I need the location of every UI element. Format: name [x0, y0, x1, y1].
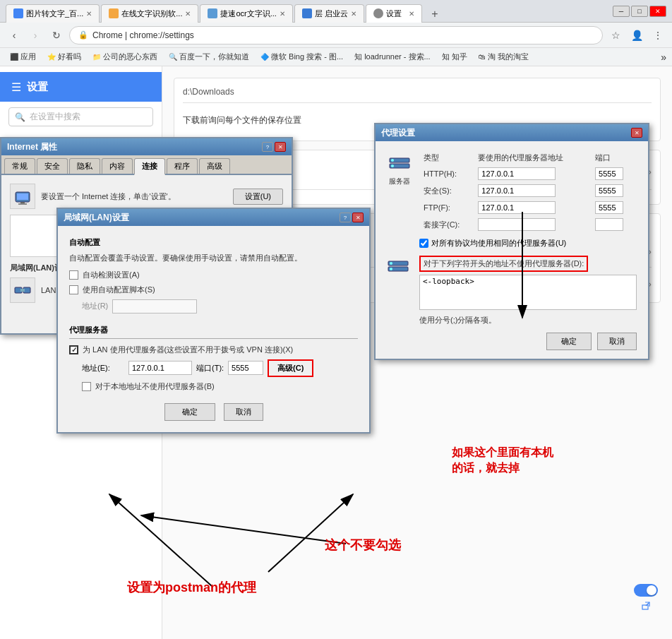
socket-port-input[interactable] — [595, 218, 623, 231]
address-field[interactable]: 🔒 Chrome | chrome://settings — [69, 26, 603, 44]
minimize-button[interactable]: ─ — [613, 6, 630, 17]
browser-titlebar: 图片转文字_百... ✕ 在线文字识别软... ✕ 捷速ocr文字识... ✕ … — [0, 0, 672, 23]
proxy-addr-input[interactable] — [128, 361, 192, 375]
tab-content[interactable]: 内容 — [102, 158, 133, 174]
security-row: 安全(S): — [421, 183, 635, 198]
proxy-bypass-checkbox[interactable] — [82, 382, 91, 391]
script-address-row: 地址(R) — [82, 299, 358, 313]
proxy-server-table: 类型 要使用的代理服务器地址 端口 HTTP(H): — [419, 150, 637, 234]
window-controls: ─ □ ✕ — [613, 6, 666, 17]
proxy-port-input[interactable] — [228, 361, 263, 375]
proxy-bypass-row: 对于本地地址不使用代理服务器(B) — [82, 381, 358, 392]
ftp-port-input[interactable] — [595, 201, 623, 214]
http-addr-input[interactable] — [478, 167, 556, 180]
bookmark-zhihu[interactable]: 知 知乎 — [438, 50, 472, 64]
tab-programs[interactable]: 程序 — [167, 158, 198, 174]
menu-hamburger-icon[interactable]: ☰ — [11, 80, 21, 94]
search-icon: 🔍 — [15, 112, 25, 122]
tab-connection[interactable]: 连接 — [134, 158, 165, 175]
auto-detect-checkbox[interactable] — [69, 270, 78, 280]
auto-detect-label: 自动检测设置(A) — [83, 270, 140, 280]
tab-favicon-5 — [373, 8, 383, 18]
lan-close-button[interactable]: ✕ — [352, 213, 364, 222]
bookmark-bing[interactable]: 🔷 微软 Bing 搜索 - 图... — [256, 50, 347, 64]
settings-search-box[interactable]: 🔍 在设置中搜索 — [8, 107, 153, 126]
tab-close-3[interactable]: ✕ — [280, 10, 285, 18]
settings-toggle-switch[interactable] — [634, 584, 658, 597]
script-address-input[interactable] — [112, 299, 197, 313]
svg-point-17 — [390, 268, 392, 270]
bookmark-haokan[interactable]: ⭐ 好看吗 — [43, 50, 85, 64]
new-tab-button[interactable]: + — [426, 6, 443, 23]
proxy-same-checkbox[interactable] — [419, 239, 428, 248]
bookmarks-more-icon[interactable]: » — [661, 52, 666, 63]
forward-button[interactable]: › — [27, 27, 44, 44]
external-link-icon[interactable] — [641, 601, 651, 611]
address-r-label: 地址(R) — [82, 301, 108, 311]
socket-addr-input[interactable] — [478, 218, 556, 231]
lan-ok-button[interactable]: 确定 — [164, 403, 215, 421]
dial-icon — [10, 184, 35, 209]
proxy-section: 代理服务器 ✓ 为 LAN 使用代理服务器(这些设置不用于拨号或 VPN 连接)… — [69, 325, 358, 392]
bookmark-company[interactable]: 📁 公司的恶心东西 — [88, 50, 162, 64]
profile-icon[interactable]: 👤 — [628, 27, 645, 44]
http-row: HTTP(H): — [421, 166, 635, 181]
apps-icon: ⬛ — [10, 53, 18, 61]
taobao-icon: 🛍 — [479, 53, 486, 61]
tab-4[interactable]: 层 启业云 ✕ — [294, 4, 364, 23]
auto-script-checkbox[interactable] — [69, 285, 78, 294]
tab-close-2[interactable]: ✕ — [185, 10, 191, 18]
auto-script-row: 使用自动配置脚本(S) — [69, 285, 358, 295]
security-port-input[interactable] — [595, 184, 623, 197]
dial-setup-button[interactable]: 设置(U) — [233, 189, 283, 205]
bookmark-taobao[interactable]: 🛍 淘 我的淘宝 — [474, 50, 533, 64]
tab-security[interactable]: 安全 — [37, 158, 68, 174]
auto-config-desc: 自动配置会覆盖手动设置。要确保使用手动设置，请禁用自动配置。 — [69, 252, 358, 264]
bookmark-baidu[interactable]: 🔍 百度一下，你就知道 — [164, 50, 253, 64]
tab-general[interactable]: 常规 — [4, 158, 35, 174]
dial-desc: 要设置一个 Internet 连接，单击'设置'。 — [41, 191, 227, 202]
ftp-addr-input[interactable] — [478, 201, 556, 214]
tab-2[interactable]: 在线文字识别软... ✕ — [101, 4, 198, 23]
proxy-titlebar: 代理设置 ✕ — [376, 124, 648, 141]
refresh-button[interactable]: ↻ — [48, 27, 65, 44]
back-button[interactable]: ‹ — [6, 27, 23, 44]
proxy-settings-dialog[interactable]: 代理设置 ✕ 服务器 — [374, 123, 649, 360]
lan-cancel-button[interactable]: 取消 — [224, 403, 263, 421]
bookmark-bing-label: 微软 Bing 搜索 - 图... — [271, 52, 343, 62]
close-button[interactable]: ✕ — [649, 6, 666, 17]
proxy-enable-checkbox[interactable]: ✓ — [69, 345, 78, 354]
internet-props-close-button[interactable]: ✕ — [275, 142, 286, 152]
proxy-close-button[interactable]: ✕ — [631, 128, 642, 138]
lan-settings-dialog[interactable]: 局域网(LAN)设置 ? ✕ 自动配置 自动配置会覆盖手动设置。要确保使用手动设… — [56, 208, 371, 434]
menu-icon[interactable]: ⋮ — [649, 27, 666, 44]
tab-close-5[interactable]: ✕ — [409, 10, 414, 18]
browser-content: ☰ 设置 🔍 在设置中搜索 d:\Downloads 下载前询问每个文件的保存位… — [0, 66, 672, 639]
advanced-c-button[interactable]: 高级(C) — [268, 359, 313, 377]
tab-favicon-3 — [208, 8, 217, 18]
exceptions-textarea[interactable]: <-loopback> — [419, 275, 637, 310]
tab-3[interactable]: 捷速ocr文字识... ✕ — [200, 4, 292, 23]
bookmark-loadrunner[interactable]: 知 loadrunner - 搜索... — [350, 50, 435, 64]
security-addr-input[interactable] — [478, 184, 556, 197]
toggle-knob — [647, 585, 656, 595]
proxy-same-row: 对所有协议均使用相同的代理服务器(U) — [419, 238, 637, 249]
tab-1[interactable]: 图片转文字_百... ✕ — [6, 4, 100, 23]
tab-title-2: 在线文字识别软... — [121, 8, 182, 19]
svg-point-12 — [391, 159, 394, 162]
bookmark-apps[interactable]: ⬛ 应用 — [6, 50, 40, 64]
maximize-button[interactable]: □ — [631, 6, 648, 17]
bookmark-star-icon[interactable]: ☆ — [607, 27, 624, 44]
internet-props-help-button[interactable]: ? — [262, 142, 273, 152]
http-port-input[interactable] — [595, 167, 623, 180]
tab-close-4[interactable]: ✕ — [351, 10, 356, 18]
lan-help-button[interactable]: ? — [340, 213, 351, 222]
tab-advanced[interactable]: 高级 — [199, 158, 230, 174]
proxy-ok-button[interactable]: 确定 — [546, 333, 592, 350]
proxy-enable-row: ✓ 为 LAN 使用代理服务器(这些设置不用于拨号或 VPN 连接)(X) — [69, 345, 358, 355]
tab-privacy[interactable]: 隐私 — [69, 158, 100, 174]
tab-5-settings[interactable]: 设置 ✕ — [366, 4, 422, 23]
bookmark-loadrunner-label: 知 loadrunner - 搜索... — [354, 52, 431, 62]
proxy-cancel-button[interactable]: 取消 — [597, 333, 637, 350]
tab-close-1[interactable]: ✕ — [86, 10, 92, 18]
